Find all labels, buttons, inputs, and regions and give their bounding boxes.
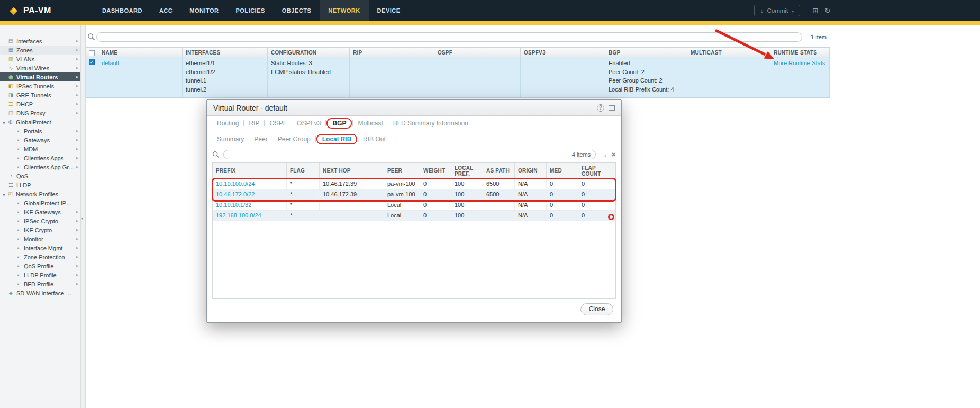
- sidebar-item-ike-crypto[interactable]: IKE Crypto: [0, 225, 80, 234]
- column-header-med[interactable]: MED: [547, 163, 578, 178]
- tab-monitor[interactable]: MONITOR: [181, 0, 227, 21]
- column-header-configuration[interactable]: CONFIGURATION: [268, 48, 350, 57]
- close-button[interactable]: Close: [580, 303, 613, 315]
- rib-row[interactable]: 10.46.172.0/22*10.46.172.39pa-vm-1000100…: [213, 189, 615, 200]
- column-header-as-path[interactable]: AS PATH: [483, 163, 515, 178]
- clientless-app-groups-icon: [15, 162, 22, 171]
- router-name-link[interactable]: default: [102, 60, 119, 66]
- chevron-down-icon[interactable]: [1, 191, 7, 197]
- sidebar-item-label: Gateways: [24, 137, 80, 143]
- column-header-multicast[interactable]: MULTICAST: [687, 48, 770, 57]
- tab-routing[interactable]: Routing: [212, 120, 243, 127]
- column-header-ospfv3[interactable]: OSPFV3: [521, 48, 605, 57]
- sidebar-item-vlans[interactable]: VLANs: [0, 55, 80, 64]
- sidebar-item-zone-protection[interactable]: Zone Protection: [0, 252, 80, 261]
- sidebar-item-lldp-profile[interactable]: LLDP Profile: [0, 270, 80, 279]
- tab-ospfv3[interactable]: OSPFv3: [292, 120, 325, 127]
- sidebar-item-monitor[interactable]: Monitor: [0, 234, 80, 243]
- column-header-runtime-stats[interactable]: RUNTIME STATS: [770, 48, 830, 57]
- sidebar-item-qos-profile[interactable]: QoS Profile: [0, 261, 80, 270]
- sidebar-item-clientless-apps[interactable]: Clientless Apps: [0, 153, 80, 162]
- sidebar-item-globalprotect[interactable]: GlobalProtect: [0, 117, 80, 126]
- more-runtime-stats-link[interactable]: More Runtime Stats: [774, 60, 825, 66]
- tab-network[interactable]: NETWORK: [320, 0, 368, 21]
- rib-row[interactable]: 10.10.100.0/24*10.46.172.39pa-vm-1000100…: [213, 179, 615, 189]
- tab-bgp[interactable]: BGP: [326, 118, 352, 129]
- sidebar-item-qos[interactable]: QoS: [0, 171, 80, 180]
- commit-button[interactable]: Commit: [754, 5, 800, 16]
- sidebar-item-clientless-app-groups[interactable]: Clientless App Groups: [0, 162, 80, 171]
- subtab-peer-group[interactable]: Peer Group: [273, 135, 315, 143]
- interface-mgmt-icon: [15, 243, 22, 252]
- subtab-rib-out[interactable]: RIB Out: [358, 135, 391, 143]
- subtab-local-rib[interactable]: Local RIB: [316, 134, 357, 144]
- clear-filter-icon[interactable]: [611, 150, 616, 160]
- sidebar-item-interfaces[interactable]: Interfaces: [0, 37, 80, 46]
- column-header-name[interactable]: NAME: [98, 48, 183, 57]
- rib-prefix-link[interactable]: 10.46.172.0/22: [213, 189, 287, 200]
- tab-rip[interactable]: RIP: [244, 120, 264, 127]
- rib-row[interactable]: 192.168.100.0/24*Local0100N/A00: [213, 211, 615, 221]
- checkbox-unchecked[interactable]: [89, 50, 95, 56]
- sidebar-collapse-handle[interactable]: [81, 25, 86, 408]
- sidebar-item-label: QoS Profile: [24, 263, 80, 269]
- sidebar-item-network-profiles[interactable]: Network Profiles: [0, 189, 80, 198]
- rib-row[interactable]: 10.10.10.1/32*Local0100N/A00: [213, 200, 615, 211]
- tab-objects[interactable]: OBJECTS: [274, 0, 320, 21]
- tab-device[interactable]: DEVICE: [369, 0, 409, 21]
- table-row[interactable]: default ethernet1/1 ethernet1/2 tunnel.1…: [86, 57, 830, 98]
- sidebar-item-ipsec-crypto[interactable]: IPSec Crypto: [0, 216, 80, 225]
- sidebar-item-lldp[interactable]: LLDP: [0, 180, 80, 189]
- sidebar-item-interface-mgmt[interactable]: Interface Mgmt: [0, 243, 80, 252]
- column-header-bgp[interactable]: BGP: [605, 48, 687, 57]
- sidebar-item-dhcp[interactable]: DHCP: [0, 99, 80, 108]
- column-header-prefix[interactable]: PREFIX: [213, 163, 287, 178]
- sidebar-item-label: Portals: [24, 128, 80, 134]
- tab-acc[interactable]: ACC: [151, 0, 181, 21]
- tab-dashboard[interactable]: DASHBOARD: [94, 0, 151, 21]
- select-all-checkbox[interactable]: [86, 48, 98, 57]
- sidebar-item-gateways[interactable]: Gateways: [0, 135, 80, 144]
- column-header-origin[interactable]: ORIGIN: [515, 163, 547, 178]
- column-header-flag[interactable]: FLAG: [287, 163, 320, 178]
- help-icon[interactable]: [597, 104, 604, 112]
- rib-prefix-link[interactable]: 10.10.100.0/24: [213, 179, 287, 189]
- rib-prefix-link[interactable]: 192.168.100.0/24: [213, 211, 287, 221]
- column-header-ospf[interactable]: OSPF: [434, 48, 521, 57]
- chevron-down-icon[interactable]: [1, 119, 7, 125]
- rib-prefix-link[interactable]: 10.10.10.1/32: [213, 200, 287, 210]
- sidebar-item-gp-ipsec-crypto[interactable]: GlobalProtect IPSec Crypto: [0, 198, 80, 207]
- column-header-next-hop[interactable]: NEXT HOP: [320, 163, 384, 178]
- column-header-interfaces[interactable]: INTERFACES: [183, 48, 268, 57]
- column-header-flap-count[interactable]: FLAP COUNT: [578, 163, 615, 178]
- tab-bfd-summary-information[interactable]: BFD Summary Information: [388, 120, 473, 127]
- sidebar-item-portals[interactable]: Portals: [0, 126, 80, 135]
- search-input[interactable]: [96, 32, 802, 42]
- tab-ospf[interactable]: OSPF: [265, 120, 292, 127]
- sidebar-item-label: Monitor: [24, 236, 80, 242]
- sidebar-item-mdm[interactable]: MDM: [0, 144, 80, 153]
- sidebar-item-dns-proxy[interactable]: DNS Proxy: [0, 108, 80, 117]
- column-header-local-pref[interactable]: LOCAL PREF.: [451, 163, 483, 178]
- sidebar-item-ike-gateways[interactable]: IKE Gateways: [0, 207, 80, 216]
- sidebar-item-gre-tunnels[interactable]: GRE Tunnels: [0, 90, 80, 99]
- subtab-summary[interactable]: Summary: [212, 135, 249, 143]
- column-header-rip[interactable]: RIP: [350, 48, 434, 57]
- subtab-peer[interactable]: Peer: [249, 135, 272, 143]
- apply-filter-icon[interactable]: [600, 150, 607, 159]
- window-restore-icon[interactable]: [609, 105, 615, 111]
- sidebar-item-zones[interactable]: Zones: [0, 46, 80, 55]
- tab-policies[interactable]: POLICIES: [227, 0, 273, 21]
- tasks-icon[interactable]: [824, 0, 831, 21]
- sidebar-item-bfd-profile[interactable]: BFD Profile: [0, 279, 80, 288]
- column-header-peer[interactable]: PEER: [384, 163, 420, 178]
- rib-search-input[interactable]: [224, 151, 595, 160]
- checkbox-checked[interactable]: [89, 59, 95, 65]
- tab-multicast[interactable]: Multicast: [353, 120, 387, 127]
- save-config-icon[interactable]: [812, 0, 819, 21]
- sidebar-item-virtual-routers[interactable]: Virtual Routers: [0, 72, 80, 81]
- sidebar-item-virtual-wires[interactable]: Virtual Wires: [0, 64, 80, 72]
- column-header-weight[interactable]: WEIGHT: [420, 163, 451, 178]
- sidebar-item-sdwan-interface-profile[interactable]: SD-WAN Interface Profile: [0, 288, 80, 297]
- sidebar-item-ipsec-tunnels[interactable]: IPSec Tunnels: [0, 81, 80, 90]
